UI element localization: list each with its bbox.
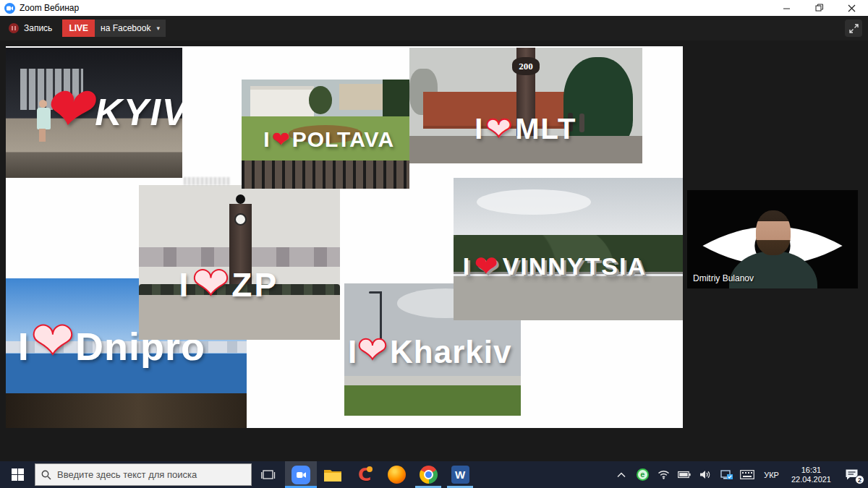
eset-icon: e xyxy=(637,468,649,481)
blurred-watermark xyxy=(184,177,230,185)
plaza xyxy=(454,276,683,320)
taskbar-app-chrome[interactable] xyxy=(412,461,444,488)
task-view-icon xyxy=(261,469,276,481)
restore-button[interactable] xyxy=(803,0,835,16)
close-button[interactable] xyxy=(835,0,868,16)
live-stream-control[interactable]: LIVE на Facebook ▾ xyxy=(62,20,166,37)
chrome-icon xyxy=(420,466,438,484)
live-badge: LIVE xyxy=(62,20,95,37)
start-button[interactable] xyxy=(0,461,35,488)
city-sign-mlt: I ❤ MLT xyxy=(475,113,576,145)
heart-icon: ❤ xyxy=(357,332,388,368)
embankment xyxy=(6,393,247,428)
language-indicator[interactable]: УКР xyxy=(760,461,783,488)
iron-fence xyxy=(242,160,409,189)
grass xyxy=(344,385,521,416)
city-name: VINNYTSIA xyxy=(503,252,647,281)
clock-time: 16:31 xyxy=(801,466,822,474)
city-sign-kharkiv: I ❤ Kharkiv xyxy=(348,334,512,370)
tray-touch-keyboard-button[interactable] xyxy=(739,461,756,488)
taskbar-app-word[interactable]: W xyxy=(444,461,476,488)
meeting-toolbar: Запись LIVE на Facebook ▾ xyxy=(0,16,868,40)
notification-count-badge: 2 xyxy=(855,475,864,484)
presenter-video-thumbnail[interactable]: Dmitriy Bulanov xyxy=(687,190,858,288)
task-view-button[interactable] xyxy=(252,461,285,488)
meeting-content-area: ❤ KYIV 200 I ❤ MLT xyxy=(0,40,868,461)
tray-wifi-button[interactable] xyxy=(655,461,672,488)
battery-icon xyxy=(678,471,691,479)
heart-icon: ❤ xyxy=(474,252,500,281)
ccleaner-icon: C xyxy=(358,466,371,484)
heart-icon: ❤ xyxy=(272,129,291,150)
tray-volume-button[interactable] xyxy=(697,461,714,488)
shared-screen-slide: ❤ KYIV 200 I ❤ MLT xyxy=(6,46,683,428)
city-sign-poltava: I ❤ POLTAVA xyxy=(263,127,394,152)
taskbar-app-zoom[interactable] xyxy=(285,461,317,488)
city-sign-kyiv: ❤ KYIV xyxy=(41,82,182,142)
heart-icon: ❤ xyxy=(192,261,231,306)
clock-date: 22.04.2021 xyxy=(791,475,831,484)
chevron-up-icon xyxy=(617,472,626,478)
participant-name-label: Dmitriy Bulanov xyxy=(693,273,754,283)
word-icon: W xyxy=(451,466,469,484)
window-controls xyxy=(770,0,868,16)
window-title: Zoom Вебинар xyxy=(20,3,79,13)
heart-icon: ❤ xyxy=(485,113,514,145)
city-sign-zp: I ❤ ZP xyxy=(179,262,279,307)
fullscreen-toggle-button[interactable] xyxy=(845,20,862,37)
monitor-check-icon xyxy=(720,470,733,480)
heart-icon: ❤ xyxy=(41,79,93,140)
action-center-button[interactable]: 2 xyxy=(839,461,864,488)
tray-hardware-button[interactable] xyxy=(718,461,735,488)
chevron-down-icon[interactable]: ▾ xyxy=(156,25,160,32)
city-sign-vinnytsia: I ❤ VINNYTSIA xyxy=(463,252,647,281)
speaker-icon xyxy=(699,470,711,479)
heart-icon: ❤ xyxy=(31,314,75,367)
close-icon xyxy=(848,4,856,12)
taskbar-app-firefox[interactable] xyxy=(380,461,412,488)
tower-top xyxy=(236,194,245,204)
recording-label: Запись xyxy=(24,23,52,33)
zoom-webinar-window: Zoom Вебинар Запись LIVE на Facebook ▾ xyxy=(0,0,868,488)
search-input[interactable] xyxy=(57,469,231,480)
taskbar-clock[interactable]: 16:31 22.04.2021 xyxy=(787,461,835,488)
zoom-icon xyxy=(292,466,310,484)
tree xyxy=(309,86,332,114)
presenter-face xyxy=(756,210,791,255)
stream-target-label: на Facebook xyxy=(101,23,150,33)
street-lamp-arm xyxy=(369,291,382,294)
monument-label: 200 xyxy=(512,57,540,76)
taskbar-search[interactable] xyxy=(35,463,252,486)
windows-taskbar: C W e xyxy=(0,461,868,488)
windows-logo-icon xyxy=(12,468,24,481)
system-tray: e УКР 16:31 22.04.2021 xyxy=(613,461,868,488)
title-bar: Zoom Вебинар xyxy=(0,0,868,16)
minimize-icon xyxy=(783,4,791,12)
cloud xyxy=(477,189,592,215)
pedestrian xyxy=(579,114,584,132)
firefox-icon xyxy=(388,466,406,484)
clock-face xyxy=(234,213,247,226)
photo-zaporizhzhia: I ❤ ZP xyxy=(139,185,340,340)
minimize-button[interactable] xyxy=(770,0,803,16)
city-name: Kharkiv xyxy=(390,334,511,370)
photo-vinnytsia: I ❤ VINNYTSIA xyxy=(454,178,683,320)
taskbar-app-file-explorer[interactable] xyxy=(317,461,349,488)
building xyxy=(339,84,390,110)
curb xyxy=(344,376,521,385)
file-explorer-icon xyxy=(323,467,342,483)
tray-overflow-button[interactable] xyxy=(613,461,630,488)
city-name: KYIV xyxy=(95,90,182,134)
recording-status: Запись xyxy=(9,23,52,33)
expand-arrows-icon xyxy=(849,24,859,33)
taskbar-app-ccleaner[interactable]: C xyxy=(349,461,380,488)
search-icon xyxy=(41,470,51,480)
city-name: MLT xyxy=(515,113,576,145)
tray-antivirus-button[interactable]: e xyxy=(634,461,651,488)
tray-battery-button[interactable] xyxy=(676,461,693,488)
photo-melitopol: 200 I ❤ MLT xyxy=(409,48,642,163)
city-name: POLTAVA xyxy=(292,127,394,152)
recording-indicator-icon xyxy=(9,23,19,33)
wifi-icon xyxy=(658,470,670,479)
city-name: ZP xyxy=(231,265,278,304)
